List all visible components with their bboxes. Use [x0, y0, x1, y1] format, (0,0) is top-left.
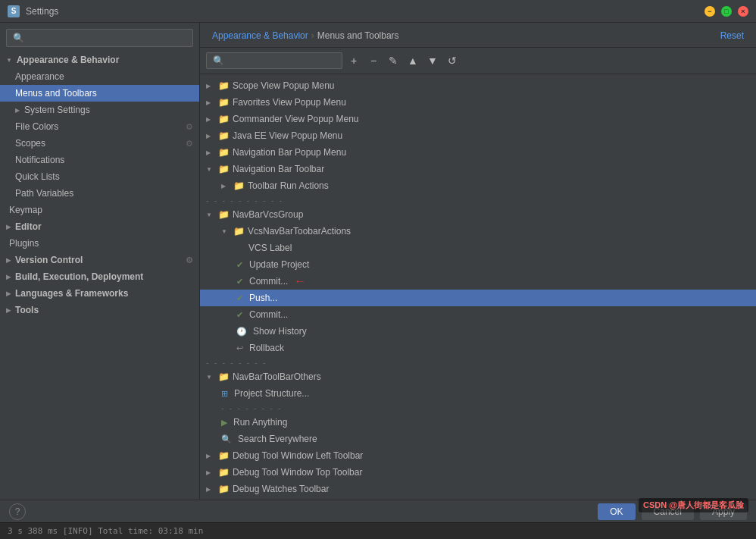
- run-icon: ▶: [221, 418, 227, 428]
- tree-label-push: Push...: [249, 293, 277, 303]
- tree-item-commander-view[interactable]: ▶ 📁 Commander View Popup Menu: [200, 111, 756, 127]
- tree-item-commit1[interactable]: ✔ Commit... ←: [200, 273, 756, 290]
- sidebar-item-tools[interactable]: ▶ Tools: [0, 302, 199, 318]
- tree-item-vcs-navbar-actions[interactable]: ▼ 📁 VcsNavBarToobarActions: [200, 223, 756, 240]
- sidebar-label-version-control: Version Control: [15, 255, 83, 265]
- expand-icon-debug-left: ▶: [206, 453, 215, 459]
- tree-item-show-history[interactable]: 🕐 Show History: [200, 323, 756, 340]
- sidebar-item-path-variables[interactable]: Path Variables: [0, 185, 199, 202]
- expand-arrow-version-control: ▶: [6, 257, 11, 264]
- sidebar-item-build-exec[interactable]: ▶ Build, Execution, Deployment: [0, 268, 199, 285]
- settings-window: S Settings − □ × ▼ Appearance & Behavior…: [0, 0, 756, 539]
- check-icon-update-project: ✔: [236, 260, 243, 270]
- red-arrow-icon: ←: [294, 274, 306, 288]
- ok-button[interactable]: OK: [598, 503, 635, 520]
- tree-item-project-structure[interactable]: ⊞ Project Structure...: [200, 385, 756, 402]
- tree-toolbar: + − ✎ ▲ ▼ ↺: [200, 48, 756, 74]
- sidebar-label-file-colors: File Colors: [15, 121, 58, 132]
- expand-icon-toolbar-run: ▶: [221, 183, 230, 190]
- tree-item-debug-tool-left[interactable]: ▶ 📁 Debug Tool Window Left Toolbar: [200, 447, 756, 464]
- tree-label-debug-tool-top: Debug Tool Window Top Toolbar: [233, 467, 362, 478]
- breadcrumb-parent[interactable]: Appearance & Behavior: [212, 30, 308, 41]
- sidebar-item-editor[interactable]: ▶ Editor: [0, 218, 199, 235]
- expand-icon-commander: ▶: [206, 116, 215, 123]
- sidebar-label-system-settings: System Settings: [24, 105, 90, 115]
- tree-label-commit1: Commit...: [249, 276, 288, 287]
- tree-search-input[interactable]: [206, 52, 342, 69]
- sidebar-item-quick-lists[interactable]: Quick Lists: [0, 168, 199, 185]
- tree-item-nav-bar-toolbar[interactable]: ▼ 📁 Navigation Bar Toolbar: [200, 161, 756, 177]
- tree-item-update-project[interactable]: ✔ Update Project: [200, 256, 756, 273]
- close-button[interactable]: ×: [738, 6, 748, 17]
- move-up-button[interactable]: ▲: [405, 52, 421, 69]
- breadcrumb-current: Menus and Toolbars: [317, 30, 399, 41]
- tree-item-toolbar-run-actions[interactable]: ▶ 📁 Toolbar Run Actions: [200, 177, 756, 194]
- sidebar-item-scopes[interactable]: Scopes ⚙: [0, 135, 199, 152]
- sidebar-item-plugins[interactable]: Plugins: [0, 235, 199, 252]
- move-down-button[interactable]: ▼: [424, 52, 441, 69]
- tree-label-update-project: Update Project: [249, 259, 309, 270]
- expand-icon-scope-view: ▶: [206, 83, 215, 89]
- version-control-icon: ⚙: [186, 255, 193, 265]
- title-bar: S Settings − □ ×: [0, 0, 756, 23]
- expand-icon-java-ee: ▶: [206, 133, 215, 139]
- reset-button[interactable]: Reset: [720, 30, 744, 41]
- app-icon: S: [8, 5, 20, 17]
- tree-label-debug-watches: Debug Watches Toolbar: [233, 484, 329, 494]
- sidebar-search-input[interactable]: [6, 29, 193, 47]
- sidebar-item-menus-toolbars[interactable]: Menus and Toolbars: [0, 85, 199, 102]
- tree-item-commit2[interactable]: ✔ Commit...: [200, 306, 756, 323]
- tree-label-rollback: Rollback: [249, 343, 284, 353]
- folder-icon-vcs-actions: 📁: [233, 226, 245, 237]
- tree-label-navbar-others: NavBarToolBarOthers: [233, 371, 321, 382]
- tree-label-favorites: Favorites View Popup Menu: [233, 97, 346, 108]
- tree-label-java-ee: Java EE View Popup Menu: [233, 130, 342, 141]
- tree-item-nav-bar-popup[interactable]: ▶ 📁 Navigation Bar Popup Menu: [200, 144, 756, 161]
- sidebar-item-keymap[interactable]: Keymap: [0, 202, 199, 218]
- main-content: ▼ Appearance & Behavior Appearance Menus…: [0, 23, 756, 500]
- help-button[interactable]: ?: [9, 503, 26, 520]
- tree-label-show-history: Show History: [253, 326, 307, 337]
- scopes-icon: ⚙: [186, 139, 193, 149]
- tree-item-rollback[interactable]: ↩ Rollback: [200, 340, 756, 356]
- sidebar-item-appearance[interactable]: Appearance: [0, 68, 199, 85]
- folder-icon-debug-watches: 📁: [218, 484, 230, 494]
- sidebar-item-appearance-behavior[interactable]: ▼ Appearance & Behavior: [0, 52, 199, 68]
- breadcrumb-separator: ›: [311, 30, 314, 41]
- tree-item-navbar-others[interactable]: ▼ 📁 NavBarToolBarOthers: [200, 368, 756, 385]
- tree-item-java-ee[interactable]: ▶ 📁 Java EE View Popup Menu: [200, 127, 756, 144]
- sidebar-item-file-colors[interactable]: File Colors ⚙: [0, 118, 199, 135]
- edit-button[interactable]: ✎: [385, 52, 401, 69]
- right-panel: Appearance & Behavior › Menus and Toolba…: [200, 23, 756, 500]
- tree-item-debug-tool-top[interactable]: ▶ 📁 Debug Tool Window Top Toolbar: [200, 464, 756, 481]
- folder-icon-scope-view: 📁: [218, 80, 230, 91]
- tree-label-debug-tool-left: Debug Tool Window Left Toolbar: [233, 450, 363, 461]
- maximize-button[interactable]: □: [721, 6, 732, 17]
- folder-icon-toolbar-run: 📁: [233, 180, 245, 191]
- tree-item-run-anything[interactable]: ▶ Run Anything: [200, 414, 756, 431]
- sidebar-label-notifications: Notifications: [15, 155, 64, 165]
- tree-item-vcs-label[interactable]: VCS Label: [200, 240, 756, 256]
- folder-icon-debug-top: 📁: [218, 467, 230, 478]
- tree-item-push[interactable]: ✔ Push...: [200, 290, 756, 306]
- sidebar-search-container: [0, 23, 199, 52]
- expand-arrow-appearance-behavior: ▼: [6, 57, 12, 64]
- sidebar-label-path-variables: Path Variables: [15, 188, 73, 199]
- add-button[interactable]: +: [345, 52, 362, 69]
- tree-item-debug-watches[interactable]: ▶ 📁 Debug Watches Toolbar: [200, 481, 756, 497]
- remove-button[interactable]: −: [365, 52, 382, 69]
- clock-icon: 🕐: [236, 327, 247, 337]
- tree-item-scope-view[interactable]: ▶ 📁 Scope View Popup Menu: [200, 77, 756, 94]
- expand-arrow-build-exec: ▶: [6, 274, 11, 280]
- tree-item-navbar-vcs-group[interactable]: ▼ 📁 NavBarVcsGroup: [200, 206, 756, 223]
- minimize-button[interactable]: −: [704, 6, 715, 17]
- restore-button[interactable]: ↺: [444, 52, 461, 69]
- sidebar-item-languages[interactable]: ▶ Languages & Frameworks: [0, 285, 199, 302]
- file-colors-icon: ⚙: [186, 122, 193, 132]
- sidebar-item-system-settings[interactable]: ▶ System Settings: [0, 102, 199, 118]
- tree-item-search-everywhere[interactable]: 🔍 Search Everywhere: [200, 431, 756, 447]
- sidebar-item-notifications[interactable]: Notifications: [0, 152, 199, 168]
- sidebar-item-version-control[interactable]: ▶ Version Control ⚙: [0, 252, 199, 268]
- tree-item-favorites-view[interactable]: ▶ 📁 Favorites View Popup Menu: [200, 94, 756, 111]
- sidebar-label-tools: Tools: [15, 305, 39, 315]
